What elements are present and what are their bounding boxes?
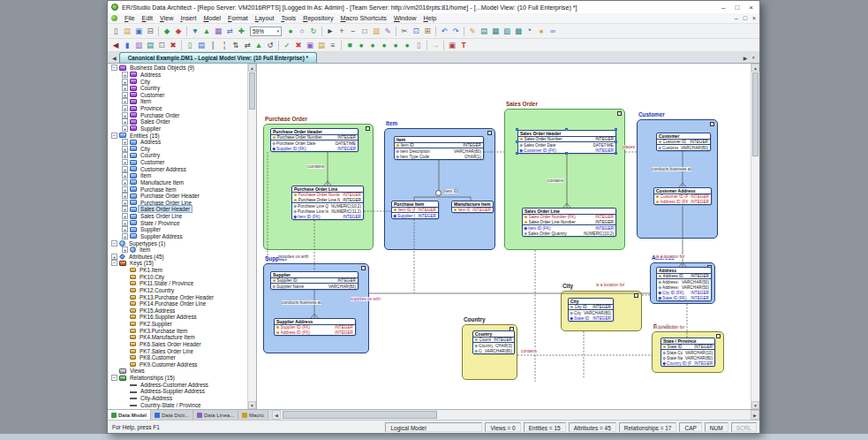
tree-item-address[interactable]: +Address [109, 139, 247, 146]
tree-item-pk6-sales-order-header[interactable]: PK6.Sales Order Header [109, 341, 247, 348]
tree-item-sales-order[interactable]: +Sales Order [109, 118, 247, 125]
maximize-button[interactable]: □ [735, 4, 739, 11]
selection-handle[interactable] [615, 152, 617, 155]
expand-expander-icon[interactable]: + [122, 179, 128, 186]
canvas-scroll-down-icon[interactable]: ▼ [751, 401, 759, 409]
generate-icon[interactable]: ✚ [236, 26, 246, 36]
collapse-expander-icon[interactable]: − [111, 240, 117, 247]
workspace-tab-data-dicti[interactable]: Data Dicti... [151, 410, 193, 420]
tree-item-pk16-supplier-address[interactable]: PK16.Supplier Address [109, 314, 247, 321]
expand-expander-icon[interactable]: + [122, 146, 128, 152]
selection-handle[interactable] [516, 140, 518, 143]
menu-edit[interactable]: Edit [142, 14, 153, 22]
entity-purchase-order-line[interactable]: Purchase Order LinePurchase Order Number… [291, 186, 364, 220]
shape-polygon-icon[interactable]: ● [402, 40, 412, 50]
menu-file[interactable]: File [125, 14, 135, 22]
shape-oval-icon[interactable]: ● [390, 40, 401, 50]
subtype-discriminator-icon[interactable] [435, 190, 442, 196]
expand-expander-icon[interactable]: + [122, 85, 128, 91]
mdi-minimize-button[interactable]: – [735, 15, 738, 21]
copy-model-icon[interactable]: ⊡ [156, 40, 167, 50]
recursive-relationship-icon[interactable]: ↺ [265, 40, 275, 50]
expand-expander-icon[interactable]: + [122, 152, 128, 158]
tree-item-keys-15[interactable]: −Keys (15) [109, 260, 247, 267]
canvas-scroll-up-icon[interactable]: ▲ [751, 64, 759, 72]
expand-expander-icon[interactable]: + [122, 112, 128, 118]
shape-rounded-rect-icon[interactable]: ● [356, 40, 366, 50]
fill-color-icon[interactable]: ▨ [371, 26, 381, 36]
expand-expander-icon[interactable]: + [111, 254, 117, 260]
menu-format[interactable]: Format [228, 14, 248, 22]
menu-model[interactable]: Model [203, 14, 221, 22]
tree-item-country-state-province[interactable]: Country-State / Province [109, 401, 247, 408]
tree-item-pk12-country[interactable]: PK12.Country [109, 287, 247, 294]
tree-item-supertypes-1[interactable]: −Supertypes (1) [109, 239, 247, 247]
note-tool-icon[interactable]: ▤ [316, 40, 327, 50]
canvas-scroll-right-icon[interactable]: ▶ [751, 410, 759, 420]
tab-scroll-left-icon[interactable]: ◀ [109, 55, 119, 61]
layout-hierarchic-icon[interactable]: ▤ [479, 26, 489, 36]
expand-expander-icon[interactable]: + [122, 226, 128, 232]
tree-item-entities-15[interactable]: −Entities (15) [109, 132, 247, 139]
tree-item-pk13-purchase-order-header[interactable]: PK13.Purchase Order Header [109, 293, 247, 300]
menu-insert[interactable]: Insert [180, 14, 196, 22]
tree-item-pk1-item[interactable]: PK1.Item [109, 267, 247, 274]
shape-rectangle-icon[interactable]: ■ [344, 40, 355, 50]
close-button[interactable]: × [749, 4, 753, 11]
selection-handle[interactable] [516, 152, 518, 155]
version-history-icon[interactable]: ◀ [110, 40, 121, 50]
selection-handle[interactable] [516, 128, 518, 131]
canvas-scroll-left-icon[interactable]: ◀ [272, 410, 281, 420]
expand-expander-icon[interactable]: + [122, 118, 128, 125]
repo-status-icon[interactable]: ▦ [213, 26, 223, 36]
expand-expander-icon[interactable]: + [122, 213, 128, 219]
selection-handle[interactable] [615, 128, 617, 131]
entity-customer-address[interactable]: Customer AddressCustomer ID (FK)INTEGERA… [653, 187, 712, 205]
entity-purchase-item[interactable]: Purchase ItemItem ID (FK)INTEGERSupplier… [391, 201, 439, 219]
tree-item-customer[interactable]: +Customer [109, 92, 247, 99]
expand-expander-icon[interactable]: + [122, 72, 128, 78]
expand-expander-icon[interactable]: + [122, 139, 128, 145]
tree-scroll-up-icon[interactable]: ▲ [248, 64, 256, 72]
tree-item-purchase-order-header[interactable]: +Purchase Order Header [109, 193, 247, 200]
zoom-level-combo[interactable]: 59%▾ [250, 27, 282, 36]
tree-item-customer[interactable]: +Customer [109, 159, 247, 166]
entity-country[interactable]: CountryCountry IDINTEGERCountry CodeCHAR… [472, 330, 515, 354]
tree-item-pk8-customer[interactable]: PK8.Customer [109, 354, 247, 361]
tree-item-pk11-state-province[interactable]: PK11.State / Province [109, 280, 247, 287]
expand-expander-icon[interactable]: + [122, 159, 128, 165]
canvas-vscroll-thumb[interactable] [752, 72, 759, 156]
tree-item-supplier[interactable]: +Supplier [109, 226, 247, 233]
text-block-icon[interactable]: ≡ [328, 40, 338, 50]
new-document-icon[interactable]: ▯ [110, 26, 121, 36]
save-icon[interactable]: ▣ [133, 26, 144, 36]
expand-expander-icon[interactable]: + [122, 92, 128, 98]
tree-item-purchase-item[interactable]: +Purchase Item [109, 186, 247, 193]
zoom-dropdown-arrow-icon[interactable]: ▾ [276, 28, 279, 34]
tree-scroll-down-icon[interactable]: ▼ [248, 401, 256, 409]
tab-scroll-right-icon[interactable]: ▶ [743, 55, 748, 61]
tree-scroll-thumb[interactable] [249, 72, 255, 110]
entity-purchase-order-header[interactable]: Purchase Order HeaderPurchase Order Numb… [270, 128, 359, 152]
tree-item-purchase-order-line[interactable]: +Purchase Order Line [109, 200, 247, 207]
zoom-tool-icon[interactable]: ○ [297, 26, 307, 36]
expand-expander-icon[interactable]: + [122, 206, 128, 212]
redo-icon[interactable]: ↷ [450, 26, 461, 36]
layout-orthogonal-icon[interactable]: ▦ [490, 26, 501, 36]
menu-help[interactable]: Help [423, 14, 436, 22]
workspace-tab-macro[interactable]: Macro [238, 410, 268, 420]
expand-expander-icon[interactable]: + [122, 125, 128, 132]
menu-window[interactable]: Window [394, 14, 417, 22]
mdi-restore-button[interactable]: □ [743, 15, 747, 21]
tree-item-city[interactable]: +City [109, 78, 247, 85]
text-tool-icon[interactable]: T [458, 40, 469, 50]
tree-item-pk2-supplier[interactable]: PK2.Supplier [109, 321, 247, 328]
tree-item-province[interactable]: +Province [109, 105, 247, 112]
collapse-expander-icon[interactable]: − [111, 375, 117, 381]
expand-expander-icon[interactable]: + [122, 193, 128, 199]
shape-circle-icon[interactable]: ● [379, 40, 389, 50]
tree-item-pk14-purchase-order-line[interactable]: PK14.Purchase Order Line [109, 300, 247, 307]
expand-expander-icon[interactable]: + [122, 98, 128, 104]
spell-check-icon[interactable]: ✓ [282, 40, 292, 50]
tree-item-address[interactable]: +Address [109, 72, 247, 79]
